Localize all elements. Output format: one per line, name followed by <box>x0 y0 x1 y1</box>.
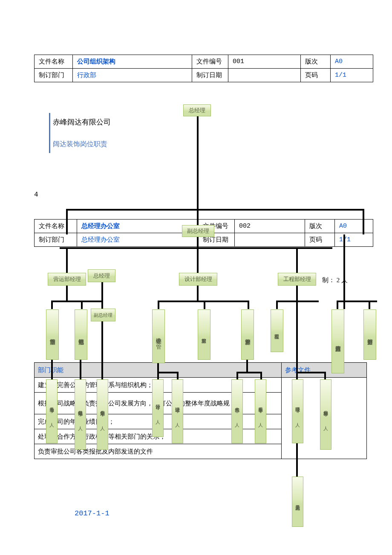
org-cust-rep: 客户代表 3 人 <box>231 379 243 443</box>
h1-v3: A0 <box>331 55 373 69</box>
org-design-asst: 设计助理 1 人 <box>172 379 183 443</box>
h1-c2: 文件编号 <box>192 55 228 69</box>
h1-v1: 公司组织架构 <box>73 55 192 69</box>
org-ops-mgr: 营运部经理 <box>48 273 86 286</box>
h2-v3: A0 <box>335 220 373 233</box>
org-material-sup: 主材部主管 <box>198 309 210 360</box>
org-design-mgr: 设计部经理 <box>179 273 217 286</box>
org-fin-sup: 财务部主管 <box>363 309 376 360</box>
page-marker: 4 <box>34 191 38 199</box>
org-market-spec: 市场专员 3 人 <box>46 379 58 443</box>
h1-c6: 页码 <box>301 69 331 82</box>
org-design-center: 设计中心主 管 <box>152 309 165 363</box>
org-vice-gm-2: 副总经理 <box>91 309 115 321</box>
company-subtitle: 阔达装饰岗位职责 <box>53 140 164 149</box>
h2-v5 <box>235 233 305 247</box>
h2-v1: 总经理办公室 <box>77 220 199 233</box>
org-hr-sup: 人力行政部主管 <box>331 309 344 373</box>
company-block: 赤峰阔达有限公司 阔达装饰岗位职责 <box>49 113 164 153</box>
h1-v4: 行政部 <box>73 69 192 82</box>
org-gm: 总经理 <box>183 104 211 116</box>
org-cust-serv: 客服专员 1 人 <box>255 379 266 443</box>
h1-c4: 制订部门 <box>35 69 73 82</box>
h1-c5: 制订日期 <box>192 69 228 82</box>
h1-v5 <box>228 69 301 82</box>
org-gm-2: 总经理 <box>88 269 115 282</box>
h1-v2: 001 <box>228 55 301 69</box>
h1-c1: 文件名称 <box>35 55 73 69</box>
h1-v6: 1/1 <box>331 69 373 82</box>
h2-v4: 总经理办公室 <box>77 233 199 247</box>
org-plan-spec: 企划部专员 1 人 <box>97 379 108 450</box>
company-name: 赤峰阔达有限公司 <box>53 117 164 127</box>
h2-c6: 页码 <box>305 233 335 247</box>
h2-c1: 文件名称 <box>35 220 77 233</box>
h2-c4: 制订部门 <box>35 233 77 247</box>
org-tele-spec: 电销部专员 3 人 <box>75 379 86 450</box>
org-proj-mgr: 项目经理 4 人 <box>292 379 303 443</box>
header-table-1: 文件名称 公司组织架构 文件编号 001 版次 A0 制订部门 行政部 制订日期… <box>34 55 373 82</box>
org-construction: 施工员若干 <box>292 477 303 527</box>
org-designer: 设计师 4 人 <box>152 379 164 437</box>
h2-v6: 1/1 <box>335 233 373 247</box>
org-cust-sup: 客户部主管 <box>241 309 254 360</box>
org-tele-sup: 电销部主管 <box>75 309 87 360</box>
dept-row5: 负责审批公司各类报批及内部发送的文件 <box>35 444 282 459</box>
h2-v2: 002 <box>235 220 305 233</box>
org-material-spec: 材料部专员 1 人 <box>320 379 331 450</box>
footer-date: 2017-1-1 <box>75 509 110 517</box>
h1-c3: 版次 <box>301 55 331 69</box>
org-eng-mgr: 工程部经理 <box>278 273 316 286</box>
h2-c3: 版次 <box>305 220 335 233</box>
org-market-sup: 市场部主管 <box>46 309 59 360</box>
org-vice-gm: 副总经理 <box>182 225 214 237</box>
org-eng-sup: 工程监理 <box>271 309 283 352</box>
